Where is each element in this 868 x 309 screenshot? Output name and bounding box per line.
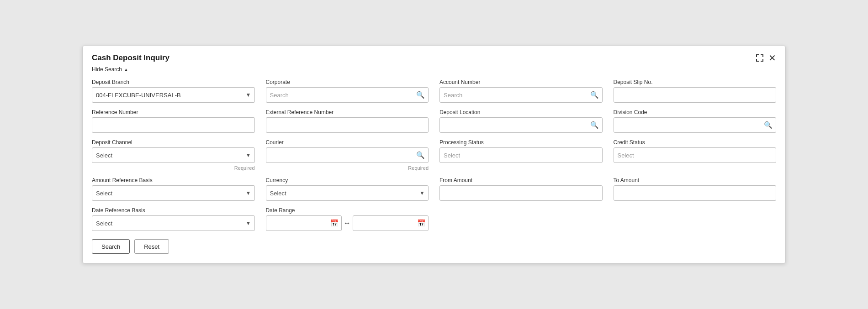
division-code-input-wrapper: 🔍 <box>614 117 777 133</box>
date-reference-basis-label: Date Reference Basis <box>92 207 255 214</box>
deposit-location-input[interactable] <box>439 117 603 133</box>
deposit-location-field: Deposit Location 🔍 <box>439 109 603 133</box>
reference-number-input[interactable] <box>92 117 255 133</box>
amount-reference-basis-select-wrapper: Select ▼ <box>92 185 255 201</box>
account-number-field: Account Number 🔍 <box>439 79 603 103</box>
date-reference-basis-select-wrapper: Select ▼ <box>92 215 255 231</box>
processing-status-input-wrapper <box>439 147 603 163</box>
header-actions: ✕ <box>756 53 776 63</box>
courier-field: Courier 🔍 Required <box>266 139 429 171</box>
expand-icon[interactable] <box>756 54 764 62</box>
corporate-field: Corporate 🔍 <box>266 79 429 103</box>
processing-status-label: Processing Status <box>439 139 603 146</box>
date-reference-basis-field: Date Reference Basis Select ▼ <box>92 207 255 231</box>
account-number-search-icon[interactable]: 🔍 <box>590 91 599 99</box>
currency-select-wrapper: Select ▼ <box>266 185 429 201</box>
close-icon[interactable]: ✕ <box>768 53 776 63</box>
currency-select[interactable]: Select <box>266 185 429 201</box>
external-reference-number-field: External Reference Number <box>266 109 429 133</box>
from-amount-label: From Amount <box>439 177 603 183</box>
external-reference-number-label: External Reference Number <box>266 109 429 115</box>
to-amount-label: To Amount <box>614 177 777 183</box>
date-range-from-wrap: 📅 <box>266 215 342 231</box>
deposit-channel-field: Deposit Channel Select ▼ Required <box>92 139 255 171</box>
deposit-slip-no-input[interactable] <box>614 87 777 103</box>
hide-search-arrow: ▲ <box>124 67 128 72</box>
reference-number-field: Reference Number <box>92 109 255 133</box>
account-number-input[interactable] <box>439 87 603 103</box>
hide-search-toggle[interactable]: Hide Search ▲ <box>92 66 776 73</box>
deposit-slip-no-label: Deposit Slip No. <box>614 79 777 85</box>
date-reference-basis-select[interactable]: Select <box>92 215 255 231</box>
cash-deposit-inquiry-dialog: Cash Deposit Inquiry ✕ Hide Search ▲ Dep… <box>82 46 786 263</box>
credit-status-label: Credit Status <box>614 139 777 146</box>
date-range-wrapper: 📅 ↔ 📅 <box>266 215 429 231</box>
external-reference-number-input[interactable] <box>266 117 429 133</box>
from-amount-input[interactable] <box>439 185 603 201</box>
amount-reference-basis-field: Amount Reference Basis Select ▼ <box>92 177 255 201</box>
division-code-label: Division Code <box>614 109 777 115</box>
reset-button[interactable]: Reset <box>134 239 169 254</box>
deposit-channel-label: Deposit Channel <box>92 139 255 146</box>
date-range-from-input[interactable] <box>266 215 342 231</box>
reference-number-label: Reference Number <box>92 109 255 115</box>
deposit-branch-label: Deposit Branch <box>92 79 255 85</box>
date-range-to-wrap: 📅 <box>353 215 429 231</box>
account-number-input-wrapper: 🔍 <box>439 87 603 103</box>
division-code-field: Division Code 🔍 <box>614 109 777 133</box>
search-button[interactable]: Search <box>92 239 130 254</box>
amount-reference-basis-select[interactable]: Select <box>92 185 255 201</box>
account-number-label: Account Number <box>439 79 603 85</box>
division-code-search-icon[interactable]: 🔍 <box>764 121 773 129</box>
processing-status-field: Processing Status <box>439 139 603 171</box>
deposit-channel-select[interactable]: Select <box>92 147 255 163</box>
credit-status-input[interactable] <box>614 147 777 163</box>
deposit-branch-field: Deposit Branch 004-FLEXCUBE-UNIVERSAL-B … <box>92 79 255 103</box>
credit-status-input-wrapper <box>614 147 777 163</box>
courier-search-icon[interactable]: 🔍 <box>416 151 425 159</box>
date-range-field: Date Range 📅 ↔ 📅 <box>266 207 429 231</box>
deposit-slip-no-field: Deposit Slip No. <box>614 79 777 103</box>
corporate-input[interactable] <box>266 87 429 103</box>
hide-search-label: Hide Search <box>92 66 122 73</box>
currency-field: Currency Select ▼ <box>266 177 429 201</box>
corporate-search-icon[interactable]: 🔍 <box>416 91 425 99</box>
search-form: Deposit Branch 004-FLEXCUBE-UNIVERSAL-B … <box>92 79 776 231</box>
date-range-to-input[interactable] <box>353 215 429 231</box>
dialog-title: Cash Deposit Inquiry <box>92 53 169 63</box>
from-amount-field: From Amount <box>439 177 603 201</box>
courier-required-note: Required <box>266 165 429 171</box>
corporate-label: Corporate <box>266 79 429 85</box>
date-range-label: Date Range <box>266 207 429 214</box>
amount-reference-basis-label: Amount Reference Basis <box>92 177 255 183</box>
deposit-branch-select-wrapper: 004-FLEXCUBE-UNIVERSAL-B ▼ <box>92 87 255 103</box>
courier-label: Courier <box>266 139 429 146</box>
courier-input[interactable] <box>266 147 429 163</box>
to-amount-input[interactable] <box>614 185 777 201</box>
currency-label: Currency <box>266 177 429 183</box>
deposit-channel-select-wrapper: Select ▼ <box>92 147 255 163</box>
to-amount-field: To Amount <box>614 177 777 201</box>
date-range-separator-icon: ↔ <box>344 219 351 227</box>
deposit-branch-select[interactable]: 004-FLEXCUBE-UNIVERSAL-B <box>92 87 255 103</box>
dialog-header: Cash Deposit Inquiry ✕ <box>92 53 776 63</box>
division-code-input[interactable] <box>614 117 777 133</box>
action-bar: Search Reset <box>92 239 776 254</box>
empty-cell-2 <box>614 207 777 231</box>
empty-cell-1 <box>439 207 603 231</box>
deposit-location-input-wrapper: 🔍 <box>439 117 603 133</box>
processing-status-input[interactable] <box>439 147 603 163</box>
deposit-location-label: Deposit Location <box>439 109 603 115</box>
corporate-input-wrapper: 🔍 <box>266 87 429 103</box>
credit-status-field: Credit Status <box>614 139 777 171</box>
deposit-location-search-icon[interactable]: 🔍 <box>590 121 599 129</box>
courier-input-wrapper: 🔍 <box>266 147 429 163</box>
deposit-channel-required-note: Required <box>92 165 255 171</box>
